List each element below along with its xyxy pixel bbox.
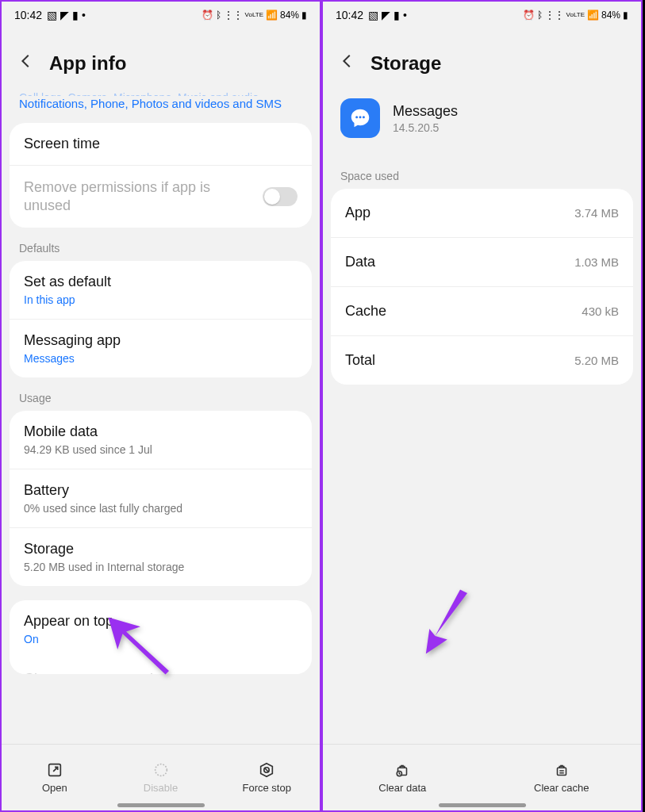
force-stop-button[interactable]: Force stop [213, 745, 320, 810]
permissions-links[interactable]: Call logs, Camera, Microphone, Music and… [2, 90, 320, 118]
row-total: Total 5.20 MB [331, 335, 633, 385]
svg-rect-9 [557, 768, 566, 775]
battery-percent: 84% [601, 10, 620, 21]
clear-data-button[interactable]: Clear data [323, 745, 482, 810]
annotation-arrow [410, 586, 482, 657]
page-title: Storage [370, 52, 441, 75]
change-system-row[interactable]: Change system settings [10, 658, 312, 674]
mobile-data-row[interactable]: Mobile data 94.29 KB used since 1 Jul [10, 411, 312, 469]
row-data: Data 1.03 MB [331, 237, 633, 286]
section-defaults: Defaults [2, 228, 320, 261]
image-icon: ▧ [47, 9, 57, 21]
telegram-icon: ◤ [60, 9, 69, 21]
wifi-icon: ⋮⋮ [545, 10, 564, 21]
card-icon: ▮ [394, 9, 400, 21]
messaging-app-row[interactable]: Messaging app Messages [10, 319, 312, 377]
dot-icon: • [82, 9, 86, 21]
battery-percent: 84% [280, 10, 299, 21]
status-bar: 10:42 ▧ ◤ ▮ • ⏰ ᛒ ⋮⋮ VoLTE 📶 84% ▮ [2, 2, 320, 29]
battery-icon: ▮ [623, 10, 628, 21]
back-icon[interactable] [17, 52, 35, 75]
back-icon[interactable] [339, 52, 356, 75]
row-app: App 3.74 MB [331, 189, 633, 237]
dot-icon: • [403, 9, 407, 21]
status-bar: 10:42 ▧ ◤ ▮ • ⏰ ᛒ ⋮⋮ VoLTE 📶 84% ▮ [323, 2, 641, 29]
battery-row[interactable]: Battery 0% used since last fully charged [10, 469, 312, 527]
appear-on-top-row[interactable]: Appear on top On [10, 600, 312, 658]
app-version: 14.5.20.5 [393, 121, 458, 134]
signal-icon: 📶 [266, 10, 278, 21]
bluetooth-icon: ᛒ [216, 10, 221, 21]
page-title: App info [49, 52, 126, 75]
image-icon: ▧ [368, 9, 378, 21]
svg-point-1 [155, 764, 167, 776]
section-usage: Usage [2, 377, 320, 411]
battery-icon: ▮ [301, 10, 307, 21]
alarm-icon: ⏰ [523, 10, 535, 21]
svg-point-5 [359, 116, 362, 118]
storage-row[interactable]: Storage 5.20 MB used in Internal storage [10, 527, 312, 586]
toggle-off[interactable] [263, 187, 298, 206]
remove-permissions-row[interactable]: Remove permissions if app is unused [10, 165, 312, 228]
status-time: 10:42 [336, 9, 363, 21]
section-space-used: Space used [323, 155, 641, 189]
bottom-action-bar: Open Disable Force stop [2, 744, 320, 810]
svg-point-4 [355, 116, 358, 118]
svg-point-6 [363, 116, 365, 118]
right-screen: 10:42 ▧ ◤ ▮ • ⏰ ᛒ ⋮⋮ VoLTE 📶 84% ▮ Stora… [321, 0, 643, 812]
nav-pill[interactable] [117, 803, 205, 807]
status-time: 10:42 [14, 9, 42, 21]
row-cache: Cache 430 kB [331, 286, 633, 335]
signal-icon: 📶 [587, 10, 599, 21]
alarm-icon: ⏰ [202, 10, 213, 21]
header: Storage [323, 29, 641, 90]
set-as-default-row[interactable]: Set as default In this app [10, 261, 312, 319]
bottom-action-bar: Clear data Clear cache [323, 744, 641, 810]
left-screen: 10:42 ▧ ◤ ▮ • ⏰ ᛒ ⋮⋮ VoLTE 📶 84% ▮ App i… [0, 0, 321, 812]
telegram-icon: ◤ [382, 9, 390, 21]
disable-button[interactable]: Disable [108, 745, 214, 810]
card-icon: ▮ [72, 9, 79, 21]
nav-pill[interactable] [439, 803, 526, 807]
clear-cache-button[interactable]: Clear cache [482, 745, 642, 810]
bluetooth-icon: ᛒ [537, 10, 543, 21]
volte-icon: VoLTE [566, 12, 585, 18]
open-button[interactable]: Open [2, 745, 108, 810]
wifi-icon: ⋮⋮ [224, 10, 243, 21]
header: App info [2, 29, 320, 90]
volte-icon: VoLTE [245, 12, 263, 18]
screen-time-row[interactable]: Screen time [10, 123, 312, 165]
app-header: Messages 14.5.20.5 [323, 90, 641, 155]
app-name: Messages [393, 103, 458, 120]
messages-app-icon [340, 98, 380, 138]
